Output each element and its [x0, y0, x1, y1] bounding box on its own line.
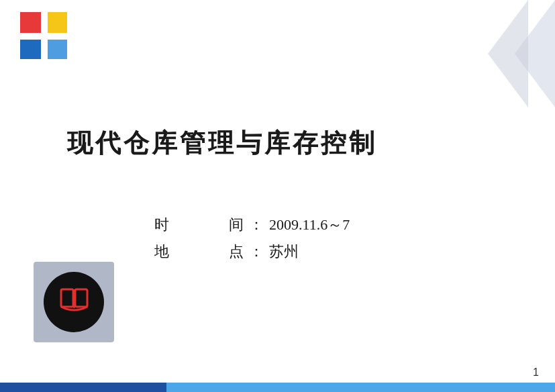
time-colon: ： [249, 215, 264, 235]
svg-rect-3 [45, 37, 67, 59]
svg-rect-1 [45, 12, 67, 34]
svg-rect-5 [20, 33, 68, 40]
bottom-bar-light [166, 383, 555, 392]
place-colon: ： [249, 242, 264, 262]
place-label: 地 点 [154, 242, 249, 262]
svg-marker-7 [488, 0, 528, 107]
main-title: 现代仓库管理与库存控制 [67, 126, 515, 160]
top-right-decoration [474, 0, 555, 107]
time-line: 时 间 ： 2009.11.6～7 [154, 215, 350, 235]
slide: 现代仓库管理与库存控制 时 间 ： 2009.11.6～7 地 点 ： 苏州 [0, 0, 555, 392]
info-section: 时 间 ： 2009.11.6～7 地 点 ： 苏州 [154, 215, 350, 268]
svg-rect-9 [75, 289, 87, 307]
bottom-bar [0, 383, 555, 392]
svg-rect-2 [20, 37, 42, 59]
page-number: 1 [533, 366, 539, 379]
svg-rect-0 [20, 12, 42, 34]
place-value: 苏州 [269, 242, 299, 262]
place-line: 地 点 ： 苏州 [154, 242, 350, 262]
time-label: 时 间 [154, 215, 249, 235]
logo-cross [20, 12, 68, 60]
svg-rect-8 [61, 289, 73, 307]
book-inner [44, 272, 104, 332]
time-value: 2009.11.6～7 [269, 215, 350, 235]
bottom-bar-dark [0, 383, 166, 392]
book-icon [34, 262, 114, 342]
